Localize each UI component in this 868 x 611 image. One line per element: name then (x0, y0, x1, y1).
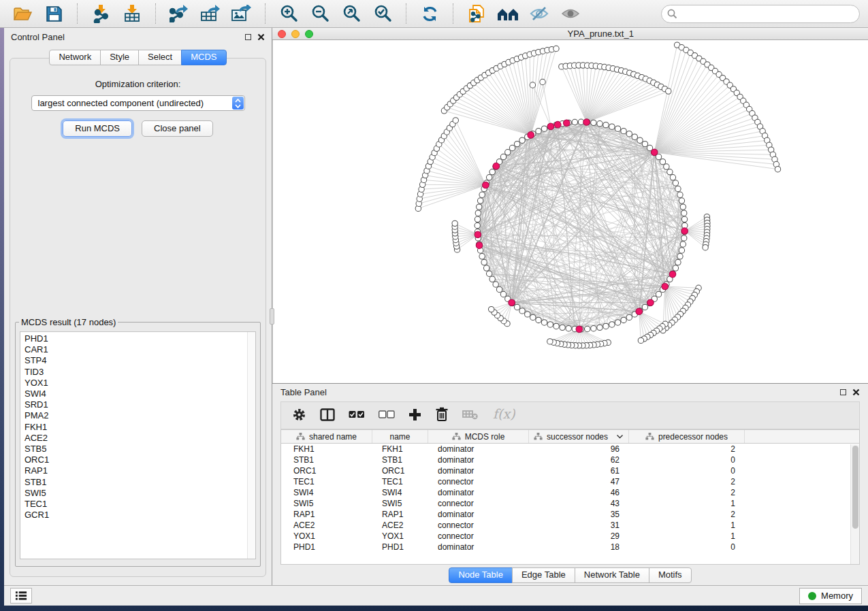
mcds-network-node[interactable] (669, 271, 676, 278)
table-row[interactable]: RAP1RAP1dominator352 (281, 509, 859, 520)
table-row[interactable]: TEC1TEC1connector472 (281, 476, 859, 487)
tab-select[interactable]: Select (138, 50, 182, 65)
zoom-selected-button[interactable] (368, 2, 397, 25)
function-builder-button[interactable]: f(x) (492, 407, 515, 424)
mcds-network-node[interactable] (528, 132, 534, 139)
column-header-successor-nodes[interactable]: successor nodes (529, 430, 629, 443)
table-row[interactable]: YOX1YOX1connector291 (281, 531, 859, 542)
tab-node-table[interactable]: Node Table (449, 567, 513, 583)
zoom-fit-button[interactable] (337, 2, 366, 25)
export-network-button[interactable] (165, 2, 193, 25)
mcds-network-node[interactable] (475, 231, 481, 238)
result-node-item[interactable]: SRD1 (25, 399, 244, 410)
memory-button[interactable]: Memory (799, 588, 862, 604)
close-control-panel-icon[interactable] (257, 33, 265, 41)
tab-network-table[interactable]: Network Table (575, 567, 649, 583)
delete-table-button[interactable] (462, 409, 479, 422)
result-node-item[interactable]: YOX1 (25, 378, 244, 389)
result-node-item[interactable]: FKH1 (25, 422, 244, 433)
save-session-button[interactable] (39, 2, 68, 25)
float-control-panel-icon[interactable] (245, 34, 251, 40)
deselect-all-button[interactable] (379, 410, 395, 420)
window-minimize-button[interactable] (291, 30, 300, 38)
clone-network-button[interactable] (462, 2, 491, 25)
mcds-network-node[interactable] (651, 149, 658, 156)
show-all-button[interactable] (556, 2, 585, 25)
mcds-network-node[interactable] (576, 326, 583, 333)
result-node-item[interactable]: GCR1 (25, 510, 244, 521)
result-node-item[interactable]: RAP1 (25, 465, 244, 476)
mcds-network-node[interactable] (681, 228, 688, 235)
zoom-in-button[interactable] (274, 2, 303, 25)
run-mcds-button[interactable]: Run MCDS (63, 120, 132, 137)
mcds-network-node[interactable] (636, 308, 643, 315)
column-header-mcds-role[interactable]: MCDS role (428, 430, 529, 443)
export-table-button[interactable] (196, 2, 225, 25)
table-scrollbar-thumb[interactable] (852, 446, 858, 529)
hide-selected-button[interactable] (525, 2, 553, 25)
result-node-item[interactable]: STB5 (25, 444, 244, 455)
zoom-out-button[interactable] (306, 2, 334, 25)
table-row[interactable]: ORC1ORC1dominator610 (281, 465, 859, 476)
tab-network[interactable]: Network (49, 50, 101, 65)
table-settings-button[interactable] (292, 408, 306, 424)
network-canvas[interactable] (272, 40, 868, 383)
mcds-network-node[interactable] (493, 163, 500, 169)
close-panel-button[interactable]: Close panel (142, 120, 213, 137)
column-header-shared-name[interactable]: shared name (281, 430, 372, 443)
tab-style[interactable]: Style (100, 50, 139, 65)
add-column-button[interactable] (408, 408, 421, 423)
result-node-item[interactable]: SWI4 (25, 389, 244, 399)
refresh-view-button[interactable] (415, 2, 444, 25)
criterion-select[interactable]: largest connected component (undirected) (31, 95, 245, 111)
result-list-scrollbar[interactable] (247, 332, 255, 559)
result-node-item[interactable]: TEC1 (25, 499, 244, 510)
first-neighbors-button[interactable] (494, 2, 522, 25)
result-node-item[interactable]: STP4 (25, 355, 244, 366)
mcds-network-node[interactable] (563, 120, 570, 127)
column-header-predecessor-nodes[interactable]: predecessor nodes (629, 430, 745, 443)
mcds-network-node[interactable] (509, 299, 515, 306)
task-history-button[interactable] (10, 588, 32, 604)
mcds-network-node[interactable] (662, 283, 669, 290)
table-row[interactable]: ACE2ACE2connector311 (281, 520, 859, 531)
mcds-network-node[interactable] (554, 121, 561, 128)
tab-mcds[interactable]: MCDS (181, 50, 226, 65)
delete-column-button[interactable] (435, 407, 449, 424)
result-node-item[interactable]: CAR1 (25, 344, 244, 355)
window-maximize-button[interactable] (305, 30, 313, 38)
window-close-button[interactable] (278, 30, 286, 38)
result-node-item[interactable]: SWI5 (25, 488, 244, 499)
table-row[interactable]: FKH1FKH1dominator962 (281, 444, 859, 455)
import-network-button[interactable] (86, 2, 115, 25)
result-node-item[interactable]: PHD1 (25, 333, 244, 344)
mcds-network-node[interactable] (647, 299, 654, 306)
column-visibility-button[interactable] (320, 408, 335, 423)
mcds-network-node[interactable] (476, 242, 483, 249)
float-table-panel-icon[interactable] (840, 389, 846, 395)
table-row[interactable]: SWI4SWI4dominator462 (281, 487, 859, 498)
search-input[interactable] (661, 5, 860, 23)
table-scrollbar[interactable] (850, 444, 859, 564)
import-table-button[interactable] (118, 2, 146, 25)
select-all-button[interactable] (349, 410, 365, 420)
mcds-network-node[interactable] (583, 119, 590, 126)
mcds-network-node[interactable] (547, 123, 554, 130)
tab-motifs[interactable]: Motifs (649, 567, 692, 583)
column-header-label: predecessor nodes (658, 432, 728, 442)
result-node-item[interactable]: ORC1 (25, 455, 244, 465)
panel-splitter-handle[interactable] (270, 308, 274, 325)
result-node-item[interactable]: ACE2 (25, 433, 244, 444)
tab-edge-table[interactable]: Edge Table (512, 567, 575, 583)
open-file-button[interactable] (8, 2, 37, 25)
export-image-button[interactable] (227, 2, 256, 25)
close-table-panel-icon[interactable] (852, 389, 860, 396)
table-row[interactable]: STB1STB1dominator620 (281, 455, 859, 465)
table-row[interactable]: PHD1PHD1dominator180 (281, 542, 859, 552)
result-node-item[interactable]: STB1 (25, 477, 244, 488)
table-row[interactable]: SWI5SWI5connector431 (281, 498, 859, 509)
result-node-item[interactable]: PMA2 (25, 410, 244, 421)
mcds-network-node[interactable] (483, 182, 489, 188)
result-node-item[interactable]: TID3 (25, 367, 244, 378)
column-header-name[interactable]: name (372, 430, 428, 443)
